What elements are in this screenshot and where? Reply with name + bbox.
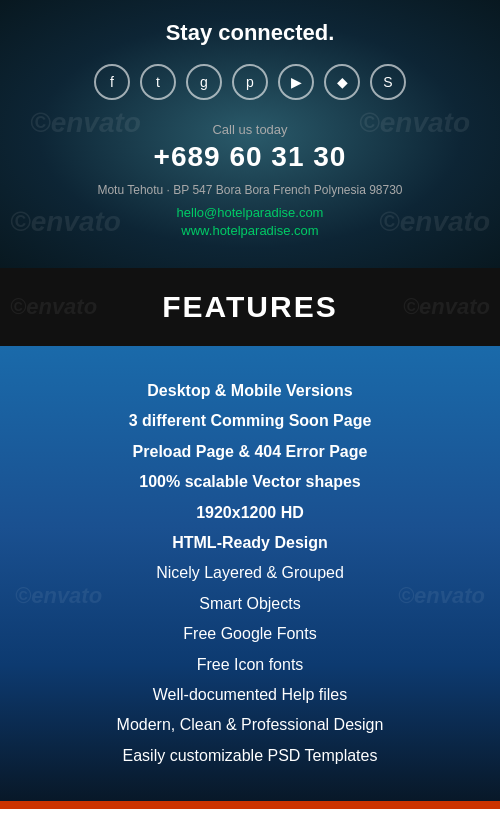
- features-envato-right: ©envato: [403, 294, 490, 320]
- bottom-bar: [0, 801, 500, 809]
- email-link[interactable]: hello@hotelparadise.com: [20, 205, 480, 220]
- feature-hd: 1920x1200 HD: [20, 498, 480, 528]
- features-header: ©envato FEATURES ©envato: [0, 268, 500, 346]
- top-section: ©envato ©envato Stay connected. f t g p …: [0, 0, 500, 268]
- call-us-label: Call us today: [20, 122, 480, 137]
- feature-nicely-layered: Nicely Layered & Grouped: [20, 558, 480, 588]
- youtube-icon[interactable]: ▶: [278, 64, 314, 100]
- feature-psd-templates: Easily customizable PSD Templates: [20, 741, 480, 771]
- feature-google-fonts: Free Google Fonts: [20, 619, 480, 649]
- phone-number: +689 60 31 30: [20, 141, 480, 173]
- feature-comming-soon: 3 different Comming Soon Page: [20, 406, 480, 436]
- stay-connected-title: Stay connected.: [20, 20, 480, 46]
- website-link[interactable]: www.hotelparadise.com: [20, 223, 480, 238]
- google-plus-icon[interactable]: g: [186, 64, 222, 100]
- features-list-section: ©envato ©envato Desktop & Mobile Version…: [0, 346, 500, 801]
- feature-html-ready: HTML-Ready Design: [20, 528, 480, 558]
- feature-help-files: Well-documented Help files: [20, 680, 480, 710]
- facebook-icon[interactable]: f: [94, 64, 130, 100]
- feature-modern-design: Modern, Clean & Professional Design: [20, 710, 480, 740]
- address-text: Motu Tehotu · BP 547 Bora Bora French Po…: [20, 183, 480, 197]
- extra-icon[interactable]: ◆: [324, 64, 360, 100]
- feature-icon-fonts: Free Icon fonts: [20, 650, 480, 680]
- feature-smart-objects: Smart Objects: [20, 589, 480, 619]
- skype-icon[interactable]: S: [370, 64, 406, 100]
- feature-preload-404: Preload Page & 404 Error Page: [20, 437, 480, 467]
- feature-desktop-mobile: Desktop & Mobile Versions: [20, 376, 480, 406]
- pinterest-icon[interactable]: p: [232, 64, 268, 100]
- features-envato-left: ©envato: [10, 294, 97, 320]
- social-icons-row: f t g p ▶ ◆ S: [20, 64, 480, 100]
- twitter-icon[interactable]: t: [140, 64, 176, 100]
- feature-vector-shapes: 100% scalable Vector shapes: [20, 467, 480, 497]
